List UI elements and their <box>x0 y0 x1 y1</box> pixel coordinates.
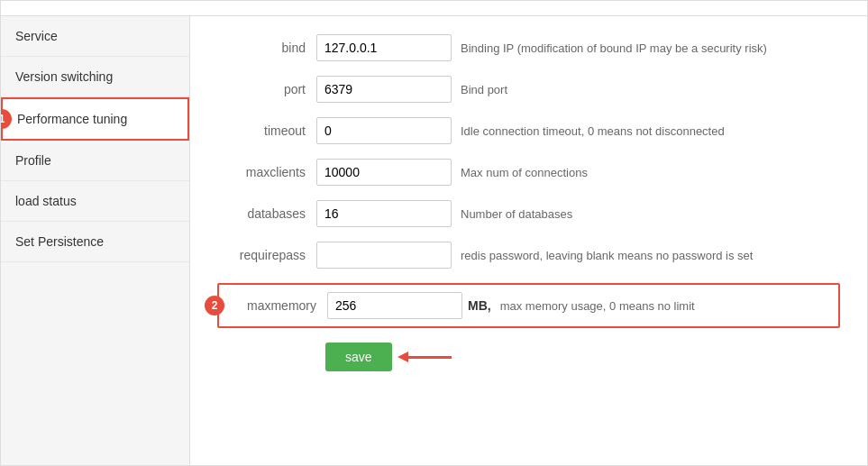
badge-2: 2 <box>205 296 224 315</box>
label-maxclients: maxclients <box>217 165 316 179</box>
arrow-indicator <box>407 356 452 359</box>
label-maxmemory: maxmemory <box>228 298 327 313</box>
input-bind[interactable] <box>316 34 452 61</box>
input-requirepass[interactable] <box>316 242 452 269</box>
form-row-maxclients: maxclientsMax num of connections <box>217 159 840 186</box>
hint-maxmemory: max memory usage, 0 means no limit <box>500 299 695 313</box>
sidebar-item-set-persistence[interactable]: Set Persistence <box>1 222 189 262</box>
hint-port: Bind port <box>461 83 507 96</box>
hint-databases: Number of databases <box>461 207 572 221</box>
sidebar-item-service[interactable]: Service <box>1 16 189 57</box>
save-area: save <box>217 343 840 371</box>
input-maxclients[interactable] <box>316 159 452 186</box>
label-databases: databases <box>217 206 316 221</box>
label-bind: bind <box>217 41 316 55</box>
save-button[interactable]: save <box>325 343 392 371</box>
form-row-port: portBind port <box>217 76 840 103</box>
sidebar: ServiceVersion switchingPerformance tuni… <box>1 16 190 465</box>
hint-requirepass: redis password, leaving blank means no p… <box>461 249 753 262</box>
arrow-line <box>407 356 452 359</box>
form-row-requirepass: requirepassredis password, leaving blank… <box>217 242 840 269</box>
input-timeout[interactable] <box>316 117 452 144</box>
sidebar-item-profile[interactable]: Profile <box>1 141 189 181</box>
content-area: bindBinding IP (modification of bound IP… <box>190 16 867 465</box>
sidebar-item-version-switching[interactable]: Version switching <box>1 57 189 97</box>
input-port[interactable] <box>316 76 452 103</box>
hint-bind: Binding IP (modification of bound IP may… <box>461 41 767 55</box>
maxmemory-wrapper: 2maxmemoryMB,max memory usage, 0 means n… <box>217 283 840 328</box>
input-databases[interactable] <box>316 200 452 227</box>
badge-1: 1 <box>1 109 12 129</box>
maxmemory-unit: MB, <box>468 298 491 313</box>
input-maxmemory[interactable] <box>327 292 462 319</box>
form-row-maxmemory: maxmemoryMB,max memory usage, 0 means no… <box>217 283 840 328</box>
sidebar-item-load-status[interactable]: load status <box>1 181 189 222</box>
form-row-bind: bindBinding IP (modification of bound IP… <box>217 34 840 61</box>
form-row-databases: databasesNumber of databases <box>217 200 840 227</box>
label-requirepass: requirepass <box>217 248 316 262</box>
hint-maxclients: Max num of connections <box>461 166 588 179</box>
label-timeout: timeout <box>217 123 316 138</box>
sidebar-item-performance-tuning[interactable]: Performance tuning1 <box>1 97 189 141</box>
hint-timeout: Idle connection timeout, 0 means not dis… <box>461 124 725 138</box>
label-port: port <box>217 82 316 96</box>
form-row-timeout: timeoutIdle connection timeout, 0 means … <box>217 117 840 144</box>
